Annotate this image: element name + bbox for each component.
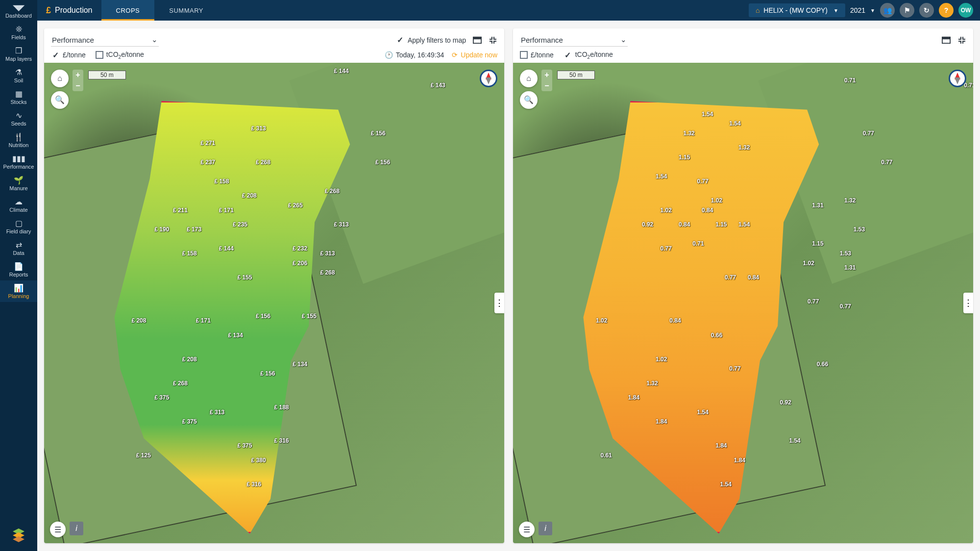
update-now-label: Update now — [461, 51, 497, 59]
home-icon: ⌂ — [526, 74, 531, 83]
top-bar: £ Production CROPSSUMMARY ⌂ HELIX - (MW … — [37, 0, 980, 21]
sidenav-item-climate[interactable]: ☁Climate — [0, 194, 37, 216]
nutrition-icon: 🍴 — [14, 132, 24, 141]
users-icon: 👥 — [883, 6, 892, 14]
user-avatar[interactable]: OW — [958, 3, 973, 18]
sidenav-item-dashboard[interactable]: ◥◤Dashboard — [0, 0, 37, 22]
zoom-in-button[interactable]: + — [73, 70, 83, 80]
help-icon: ? — [944, 6, 949, 14]
window-icon[interactable] — [942, 36, 951, 45]
layers-button[interactable]: ☰ — [519, 522, 535, 537]
tab-crops[interactable]: CROPS — [101, 0, 155, 21]
sidenav-item-data[interactable]: ⇄Data — [0, 237, 37, 259]
carbon-per-tonne-toggle[interactable]: tCO2e/tonne — [96, 50, 144, 60]
layers-icon: ☰ — [523, 525, 530, 534]
home-map-button[interactable]: ⌂ — [520, 70, 538, 87]
flag-button[interactable]: ⚑ — [900, 3, 914, 18]
unchecked-box-icon — [96, 51, 103, 59]
carbon-label: tCO2e/tonne — [106, 50, 144, 60]
left-map[interactable]: £ 271£ 313£ 144£ 143£ 237£ 268£ 156£ 156… — [44, 63, 504, 543]
map-layers-icon: ❒ — [15, 46, 22, 55]
sidenav-label: Dashboard — [5, 13, 32, 19]
reports-icon: 📄 — [14, 262, 24, 271]
dashboard-icon: ◥◤ — [13, 3, 24, 12]
update-now-button[interactable]: ⟳ Update now — [452, 51, 497, 59]
collapse-icon[interactable] — [489, 36, 497, 45]
chevron-down-icon: ⌄ — [620, 35, 627, 44]
metric-selector[interactable]: Performance ⌄ — [51, 33, 159, 47]
timestamp: 🕐 Today, 16:49:34 — [385, 51, 444, 59]
compass-icon[interactable] — [949, 70, 966, 87]
sidenav-item-performance[interactable]: ▮▮▮Performance — [0, 151, 37, 173]
search-icon: 🔍 — [524, 95, 534, 104]
flag-icon: ⚑ — [904, 6, 910, 14]
zoom-control: + − — [541, 70, 552, 91]
year-selector[interactable]: 2021 ▼ — [850, 6, 875, 14]
users-button[interactable]: 👥 — [880, 3, 895, 18]
panel-menu-button[interactable]: ⋮ — [494, 293, 504, 313]
sidenav-label: Fields — [11, 34, 25, 40]
zoom-out-button[interactable]: − — [73, 80, 83, 91]
sidenav-item-nutrition[interactable]: 🍴Nutrition — [0, 129, 37, 151]
sidenav-label: Map layers — [5, 56, 32, 62]
layers-button[interactable]: ☰ — [50, 522, 66, 537]
refresh-button[interactable]: ↻ — [919, 3, 934, 18]
sidenav-item-map-layers[interactable]: ❒Map layers — [0, 43, 37, 65]
search-map-button[interactable]: 🔍 — [520, 91, 538, 109]
metric-value: Performance — [521, 36, 563, 44]
side-navigation: ◥◤Dashboard❊Fields❒Map layers⚗Soil▦Stock… — [0, 0, 37, 551]
unchecked-box-icon — [520, 51, 528, 59]
year-value: 2021 — [850, 6, 865, 14]
caret-down-icon: ▼ — [870, 8, 875, 13]
window-icon[interactable] — [473, 36, 482, 45]
manure-icon: 🌱 — [14, 175, 24, 184]
collapse-icon[interactable] — [957, 36, 966, 45]
sidenav-item-field-diary[interactable]: ▢Field diary — [0, 216, 37, 237]
sidenav-label: Stocks — [10, 99, 26, 105]
apply-filters-label: Apply filters to map — [408, 36, 466, 44]
sidenav-label: Field diary — [6, 228, 31, 234]
refresh-icon: ↻ — [924, 6, 930, 14]
info-icon: i — [75, 524, 77, 533]
info-button[interactable]: i — [539, 522, 552, 535]
cost-per-tonne-toggle[interactable]: £/tonne — [520, 51, 554, 59]
left-panel: Performance ⌄ ✓ Apply filters to map — [44, 28, 504, 543]
farm-selector[interactable]: ⌂ HELIX - (MW COPY) ▼ — [749, 3, 845, 17]
sidenav-item-seeds[interactable]: ∿Seeds — [0, 108, 37, 129]
check-icon: ✓ — [564, 50, 572, 59]
sidenav-item-manure[interactable]: 🌱Manure — [0, 173, 37, 194]
carbon-per-tonne-toggle[interactable]: ✓ tCO2e/tonne — [564, 50, 613, 60]
app-logo[interactable] — [10, 526, 27, 544]
zoom-out-button[interactable]: − — [541, 80, 552, 91]
tab-summary[interactable]: SUMMARY — [154, 0, 218, 21]
panel-menu-button[interactable]: ⋮ — [963, 293, 973, 313]
scale-bar: 50 m — [88, 71, 126, 79]
carbon-label: tCO2e/tonne — [575, 50, 613, 60]
cost-per-tonne-toggle[interactable]: ✓ £/tonne — [51, 50, 86, 59]
sidenav-label: Data — [13, 250, 24, 256]
info-button[interactable]: i — [70, 522, 83, 535]
sidenav-item-soil[interactable]: ⚗Soil — [0, 65, 37, 86]
search-map-button[interactable]: 🔍 — [51, 91, 69, 109]
help-button[interactable]: ? — [939, 3, 954, 18]
sidenav-label: Soil — [14, 77, 23, 83]
sidenav-item-planning[interactable]: 📊Planning — [0, 280, 37, 302]
metric-value: Performance — [52, 36, 94, 44]
user-initials: OW — [961, 7, 971, 14]
svg-rect-4 — [473, 37, 481, 39]
sidenav-item-reports[interactable]: 📄Reports — [0, 259, 37, 280]
right-map[interactable]: 0.710.711.541.540.771.321.151.320.771.54… — [513, 63, 973, 543]
svg-rect-6 — [942, 37, 950, 39]
home-icon: ⌂ — [57, 74, 62, 83]
sidenav-label: Planning — [8, 293, 29, 299]
home-map-button[interactable]: ⌂ — [51, 70, 69, 87]
zoom-in-button[interactable]: + — [541, 70, 552, 80]
metric-selector[interactable]: Performance ⌄ — [520, 33, 628, 47]
sidenav-label: Climate — [9, 207, 27, 213]
compass-icon[interactable] — [480, 70, 497, 87]
sidenav-item-stocks[interactable]: ▦Stocks — [0, 86, 37, 108]
sidenav-label: Manure — [9, 185, 27, 191]
apply-filters-toggle[interactable]: ✓ Apply filters to map — [396, 36, 466, 45]
dots-vertical-icon: ⋮ — [495, 298, 504, 308]
sidenav-item-fields[interactable]: ❊Fields — [0, 22, 37, 43]
